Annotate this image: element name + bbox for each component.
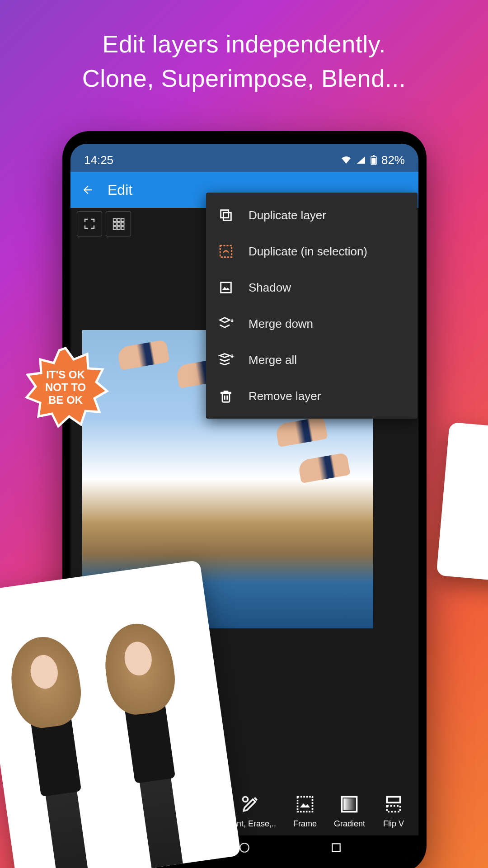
svg-rect-14 (333, 844, 340, 851)
tool-frame[interactable]: Frame (293, 793, 317, 829)
menu-label: Duplicate layer (249, 208, 326, 222)
paint-icon (239, 793, 262, 816)
svg-rect-3 (223, 212, 231, 220)
gradient-icon (338, 793, 361, 816)
status-bar: 14:25 82% (70, 144, 418, 172)
back-icon[interactable] (81, 184, 94, 196)
tool-gradient[interactable]: Gradient (334, 793, 365, 829)
svg-rect-12 (387, 806, 400, 811)
menu-duplicate-layer[interactable]: Duplicate layer (206, 197, 418, 233)
grid-button[interactable] (106, 211, 131, 236)
merge-down-icon (217, 315, 235, 333)
svg-rect-11 (387, 797, 400, 802)
battery-icon (371, 155, 377, 165)
menu-remove-layer[interactable]: Remove layer (206, 378, 418, 414)
menu-label: Remove layer (249, 389, 321, 403)
sticker-badge: IT'S OK NOT TO BE OK (20, 341, 111, 432)
svg-rect-2 (373, 155, 375, 156)
menu-label: Shadow (249, 281, 291, 295)
layer-context-menu: Duplicate layer Duplicate (in selection)… (206, 193, 418, 419)
marketing-headline: Edit layers independently. Clone, Superi… (0, 0, 488, 95)
fullscreen-button[interactable] (77, 211, 102, 236)
signal-icon (356, 156, 366, 165)
battery-percent: 82% (381, 153, 405, 167)
app-title: Edit (108, 182, 132, 198)
nav-recent-icon[interactable] (330, 842, 342, 854)
tool-label: Frame (293, 819, 317, 829)
duplicate-icon (217, 206, 235, 224)
selection-icon (217, 242, 235, 260)
tool-label: Gradient (334, 819, 365, 829)
marketing-line2: Clone, Superimpose, Blend... (36, 61, 452, 96)
menu-label: Duplicate (in selection) (249, 245, 367, 259)
shadow-icon (217, 278, 235, 297)
menu-label: Merge down (249, 317, 313, 331)
svg-rect-8 (297, 797, 312, 811)
svg-rect-10 (344, 798, 356, 810)
side-photo-card (436, 422, 488, 582)
tool-flip-v[interactable]: Flip V (382, 793, 405, 829)
status-time: 14:25 (84, 153, 113, 167)
svg-point-13 (240, 843, 249, 852)
menu-shadow[interactable]: Shadow (206, 269, 418, 306)
flip-v-icon (382, 793, 405, 816)
menu-merge-all[interactable]: Merge all (206, 342, 418, 378)
svg-point-7 (243, 797, 248, 802)
trash-icon (217, 387, 235, 405)
svg-text:NOT TO: NOT TO (45, 381, 86, 393)
svg-rect-4 (221, 210, 229, 218)
menu-label: Merge all (249, 353, 297, 367)
nav-home-icon[interactable] (239, 842, 250, 854)
photo-collage-card (0, 560, 241, 868)
menu-merge-down[interactable]: Merge down (206, 306, 418, 342)
svg-rect-6 (221, 283, 231, 293)
svg-text:IT'S OK: IT'S OK (46, 368, 85, 381)
tool-label: Flip V (383, 819, 404, 829)
frame-icon (294, 793, 316, 816)
svg-rect-1 (371, 158, 375, 164)
svg-text:BE OK: BE OK (48, 394, 83, 406)
wifi-icon (341, 156, 352, 165)
menu-duplicate-selection[interactable]: Duplicate (in selection) (206, 233, 418, 269)
status-right: 82% (341, 153, 405, 167)
merge-all-icon (217, 351, 235, 369)
marketing-line1: Edit layers independently. (36, 27, 452, 61)
